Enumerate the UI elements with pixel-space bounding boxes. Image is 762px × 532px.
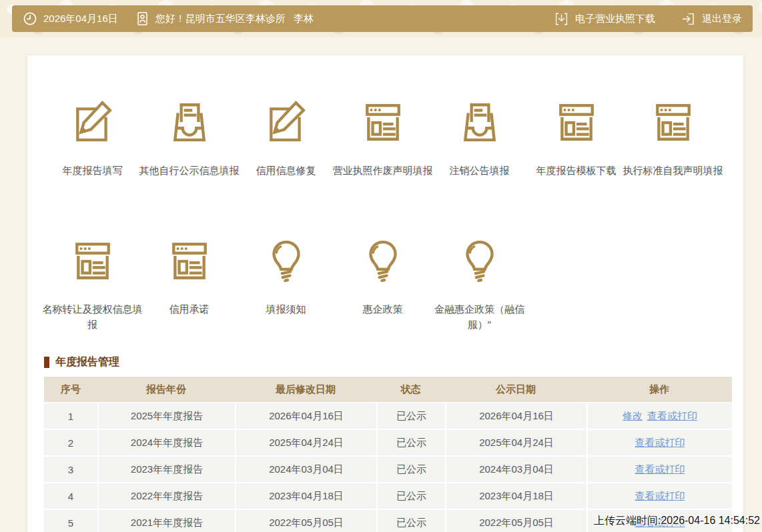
webpage-list-icon — [167, 239, 212, 283]
cell-actions: 查看或打印 — [587, 429, 732, 455]
col-header-actions: 操作 — [587, 377, 732, 402]
greeting-text: 您好！昆明市五华区李林诊所 — [155, 13, 286, 25]
cell-status: 已公示 — [376, 482, 445, 509]
annual-report-section: 年度报告管理 序号 报告年份 最后修改日期 状态 公示日期 操作 1 2025年… — [44, 355, 732, 532]
logout-icon — [681, 11, 696, 27]
cell-status: 已公示 — [376, 402, 445, 429]
cell-modified: 2023年04月18日 — [235, 482, 376, 509]
shortcut-annual-report-fill[interactable]: 年度报告填写 — [44, 100, 141, 178]
section-title: 年度报告管理 — [44, 355, 732, 369]
cell-year: 2021年年度报告 — [97, 509, 235, 532]
cell-modified: 2022年05月05日 — [235, 509, 376, 532]
cell-published: 2022年05月05日 — [445, 509, 587, 532]
cell-no: 1 — [44, 402, 97, 429]
shortcut-label: 信用信息修复 — [236, 163, 336, 178]
view-print-link[interactable]: 查看或打印 — [635, 490, 685, 503]
cell-published: 2025年04月24日 — [445, 429, 587, 455]
shortcut-label: 其他自行公示信息填报 — [139, 163, 240, 178]
shortcut-standard-self-declaration[interactable]: 执行标准自我声明填报 — [625, 100, 721, 178]
col-header-no: 序号 — [44, 377, 97, 402]
webpage-list-icon — [361, 100, 405, 144]
shortcut-row-2: 名称转让及授权信息填报 信用承诺 填报须知 惠企政策 金融惠企政策（融信服）" — [44, 239, 528, 333]
cell-no: 5 — [44, 509, 97, 532]
shortcut-label: 年度报告填写 — [43, 163, 143, 178]
shortcut-other-publicity-info[interactable]: 其他自行公示信息填报 — [141, 100, 238, 178]
shortcut-label: 年度报告模板下载 — [526, 163, 627, 178]
header-zone: 2026年04月16日 您好！昆明市五华区李林诊所 李林 电子营业执照下载 退出… — [0, 0, 762, 37]
edit-pencil-icon — [264, 100, 308, 144]
title-marker — [44, 357, 49, 368]
view-print-link[interactable]: 查看或打印 — [635, 463, 685, 476]
cell-actions: 查看或打印 — [587, 482, 732, 509]
shortcut-label: 注销公告填报 — [430, 163, 530, 178]
shortcut-name-transfer-authorization[interactable]: 名称转让及授权信息填报 — [44, 239, 141, 333]
inbox-document-icon — [167, 100, 212, 144]
cell-modified: 2024年03月04日 — [235, 455, 376, 482]
id-badge-icon — [135, 11, 149, 27]
shortcut-license-void-declaration[interactable]: 营业执照作废声明填报 — [334, 100, 431, 178]
logout-label: 退出登录 — [702, 13, 742, 25]
inbox-document-icon — [458, 100, 502, 144]
cell-status: 已公示 — [376, 509, 445, 532]
modify-link[interactable]: 修改 — [623, 410, 643, 423]
col-header-modified: 最后修改日期 — [235, 377, 376, 402]
section-title-text: 年度报告管理 — [55, 355, 119, 369]
col-header-published: 公示日期 — [445, 377, 587, 402]
shortcut-financial-benefit-policy[interactable]: 金融惠企政策（融信服）" — [431, 239, 528, 333]
shortcut-label: 营业执照作废声明填报 — [333, 163, 433, 178]
shortcut-label: 执行标准自我声明填报 — [623, 163, 723, 178]
cell-year: 2025年年度报告 — [97, 402, 235, 429]
view-print-link[interactable]: 查看或打印 — [647, 410, 697, 423]
license-download-button[interactable]: 电子营业执照下载 — [554, 11, 655, 27]
shortcut-label: 名称转让及授权信息填报 — [43, 301, 143, 333]
cell-modified: 2025年04月24日 — [235, 429, 376, 455]
license-download-label: 电子营业执照下载 — [575, 13, 655, 25]
lightbulb-icon — [264, 239, 308, 283]
cell-no: 2 — [44, 429, 97, 455]
cell-year: 2022年年度报告 — [97, 482, 235, 509]
download-icon — [554, 11, 569, 27]
webpage-list-icon — [71, 239, 115, 283]
user-name: 李林 — [294, 13, 314, 25]
cell-actions: 修改 查看或打印 — [587, 402, 732, 429]
cell-year: 2024年年度报告 — [97, 429, 235, 455]
webpage-list-icon — [651, 100, 695, 144]
cell-published: 2024年03月04日 — [445, 455, 587, 482]
cell-modified: 2026年04月16日 — [235, 402, 376, 429]
edit-pencil-icon — [71, 100, 115, 144]
cell-actions: 查看或打印 — [587, 455, 732, 482]
lightbulb-icon — [458, 239, 502, 283]
cell-no: 4 — [44, 482, 97, 509]
shortcut-cancellation-notice[interactable]: 注销公告填报 — [431, 100, 528, 178]
cell-year: 2023年年度报告 — [97, 455, 235, 482]
shortcut-label: 填报须知 — [236, 301, 336, 317]
shortcut-credit-repair[interactable]: 信用信息修复 — [238, 100, 334, 178]
shortcut-enterprise-benefit-policy[interactable]: 惠企政策 — [334, 239, 431, 333]
shortcut-annual-report-template-download[interactable]: 年度报告模板下载 — [528, 100, 625, 178]
view-print-link[interactable]: 查看或打印 — [635, 437, 685, 449]
cell-published: 2023年04月18日 — [445, 482, 587, 509]
cell-published: 2026年04月16日 — [445, 402, 587, 429]
cell-status: 已公示 — [376, 455, 445, 482]
topbar: 2026年04月16日 您好！昆明市五华区李林诊所 李林 电子营业执照下载 退出… — [12, 5, 753, 32]
upload-timestamp-watermark: 上传云端时间:2026-04-16 14:54:52 — [594, 514, 760, 528]
lightbulb-icon — [361, 239, 405, 283]
logout-button[interactable]: 退出登录 — [681, 11, 742, 27]
shortcut-credit-commitment[interactable]: 信用承诺 — [141, 239, 238, 333]
shortcut-label: 惠企政策 — [333, 301, 433, 317]
shortcut-label: 金融惠企政策（融信服）" — [430, 301, 530, 333]
main-panel: 年度报告填写 其他自行公示信息填报 信用信息修复 营业执照作废声明填报 注销公告… — [27, 55, 743, 532]
col-header-year: 报告年份 — [97, 377, 235, 402]
clock-icon — [23, 11, 37, 26]
shortcut-filing-instructions[interactable]: 填报须知 — [238, 239, 334, 333]
webpage-list-icon — [554, 100, 599, 144]
col-header-status: 状态 — [376, 377, 445, 402]
shortcut-row-1: 年度报告填写 其他自行公示信息填报 信用信息修复 营业执照作废声明填报 注销公告… — [44, 100, 721, 178]
shortcut-label: 信用承诺 — [139, 301, 240, 317]
cell-no: 3 — [44, 455, 97, 482]
current-date: 2026年04月16日 — [43, 13, 118, 25]
cell-status: 已公示 — [376, 429, 445, 455]
annual-report-table: 序号 报告年份 最后修改日期 状态 公示日期 操作 1 2025年年度报告 20… — [44, 377, 732, 532]
